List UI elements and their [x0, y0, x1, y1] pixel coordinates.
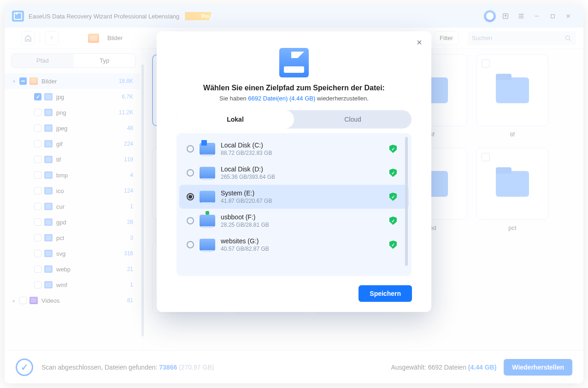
modal-title: Wählen Sie einen Zielpfad zum Speichern …	[203, 84, 385, 92]
modal-overlay: Wählen Sie einen Zielpfad zum Speichern …	[5, 5, 583, 383]
save-button[interactable]: Speichern	[359, 285, 412, 302]
disk-name: Local Disk (C:)	[221, 141, 384, 149]
modal-tabs[interactable]: Lokal Cloud	[176, 110, 412, 129]
tab-local[interactable]: Lokal	[176, 110, 294, 129]
disk-size: 28.25 GB/28.81 GB	[221, 222, 384, 228]
disk-icon	[200, 191, 215, 203]
disk-radio[interactable]	[187, 217, 194, 224]
disk-list[interactable]: Local Disk (C:)88.72 GB/232.83 GBLocal D…	[176, 133, 412, 276]
save-icon	[279, 48, 309, 77]
disk-name: usbboot (F:)	[221, 213, 384, 221]
modal-close-button[interactable]	[414, 37, 425, 48]
disk-name: System (E:)	[221, 189, 384, 197]
disk-size: 40.57 GB/82.87 GB	[221, 246, 384, 252]
disk-name: websites (G:)	[221, 237, 384, 245]
tab-cloud[interactable]: Cloud	[294, 110, 412, 129]
disk-radio[interactable]	[187, 169, 194, 176]
save-location-modal: Wählen Sie einen Zielpfad zum Speichern …	[157, 31, 431, 312]
disk-row[interactable]: usbboot (F:)28.25 GB/28.81 GB	[179, 209, 409, 233]
disk-row[interactable]: Local Disk (D:)265.36 GB/393.64 GB	[179, 161, 409, 185]
shield-icon	[389, 169, 397, 177]
disk-texts: usbboot (F:)28.25 GB/28.81 GB	[221, 213, 384, 228]
shield-icon	[389, 217, 397, 225]
disk-icon	[200, 143, 215, 155]
disk-icon	[200, 167, 215, 179]
disk-name: Local Disk (D:)	[221, 165, 384, 173]
disk-row[interactable]: Local Disk (C:)88.72 GB/232.83 GB	[179, 137, 409, 161]
disk-radio[interactable]	[187, 193, 194, 200]
disk-row[interactable]: System (E:)41.87 GB/220.67 GB	[179, 185, 409, 209]
shield-icon	[389, 193, 397, 201]
disk-row[interactable]: websites (G:)40.57 GB/82.87 GB	[179, 233, 409, 257]
disk-texts: Local Disk (D:)265.36 GB/393.64 GB	[221, 165, 384, 180]
disk-texts: websites (G:)40.57 GB/82.87 GB	[221, 237, 384, 252]
disk-size: 41.87 GB/220.67 GB	[221, 198, 384, 204]
disk-texts: Local Disk (C:)88.72 GB/232.83 GB	[221, 141, 384, 156]
disk-radio[interactable]	[187, 145, 194, 153]
shield-icon	[389, 241, 397, 249]
disk-radio[interactable]	[187, 241, 194, 248]
disk-icon	[200, 215, 215, 227]
modal-subtitle: Sie haben 6692 Datei(en) (4.44 GB) wiede…	[219, 95, 369, 102]
disk-icon	[200, 239, 215, 251]
disk-texts: System (E:)41.87 GB/220.67 GB	[221, 189, 384, 204]
shield-icon	[389, 145, 397, 153]
disk-size: 88.72 GB/232.83 GB	[221, 150, 384, 156]
disk-size: 265.36 GB/393.64 GB	[221, 174, 384, 180]
